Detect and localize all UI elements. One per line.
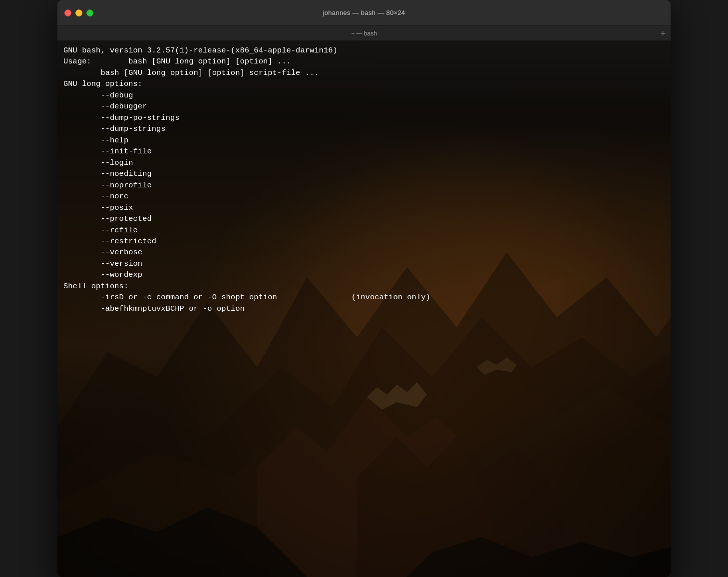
terminal-line: --rcfile: [63, 225, 665, 236]
terminal-line: --init-file: [63, 146, 665, 157]
window-title: johannes — bash — 80×24: [323, 9, 405, 16]
terminal-line: --noprofile: [63, 180, 665, 191]
terminal-line: Shell options:: [63, 281, 665, 292]
terminal-line: --protected: [63, 213, 665, 224]
terminal-line: bash [GNU long option] [option] script-f…: [63, 67, 665, 78]
terminal-line: --help: [63, 135, 665, 146]
new-tab-button[interactable]: +: [660, 29, 666, 38]
terminal-line: -irsD or -c command or -O shopt_option (…: [63, 292, 665, 303]
terminal-line: --dump-po-strings: [63, 112, 665, 123]
terminal-content-area: GNU bash, version 3.2.57(1)-release-(x86…: [57, 41, 671, 577]
traffic-lights: [64, 9, 93, 16]
terminal-line: --restricted: [63, 236, 665, 247]
terminal-line: -abefhkmnptuvxBCHP or -o option: [63, 303, 665, 314]
terminal-line: --dump-strings: [63, 123, 665, 134]
terminal-line: --posix: [63, 202, 665, 213]
terminal-line: --norc: [63, 191, 665, 202]
tab-label[interactable]: ~ — bash: [351, 30, 377, 37]
terminal-line: GNU bash, version 3.2.57(1)-release-(x86…: [63, 45, 665, 56]
terminal-line: --login: [63, 157, 665, 168]
minimize-button[interactable]: [75, 9, 82, 16]
close-button[interactable]: [64, 9, 71, 16]
tab-bar: ~ — bash +: [57, 26, 671, 41]
terminal-line: Usage: bash [GNU long option] [option] .…: [63, 56, 665, 67]
titlebar: johannes — bash — 80×24: [57, 0, 671, 26]
terminal-line: --version: [63, 258, 665, 269]
terminal-line: --wordexp: [63, 269, 665, 280]
terminal-line: --debugger: [63, 101, 665, 112]
maximize-button[interactable]: [86, 9, 93, 16]
terminal-line: --debug: [63, 90, 665, 101]
terminal-line: GNU long options:: [63, 78, 665, 89]
terminal-line: --noediting: [63, 168, 665, 179]
terminal-line: --verbose: [63, 247, 665, 258]
terminal-output[interactable]: GNU bash, version 3.2.57(1)-release-(x86…: [57, 41, 671, 318]
terminal-window: johannes — bash — 80×24 ~ — bash + GNU b…: [57, 0, 671, 577]
